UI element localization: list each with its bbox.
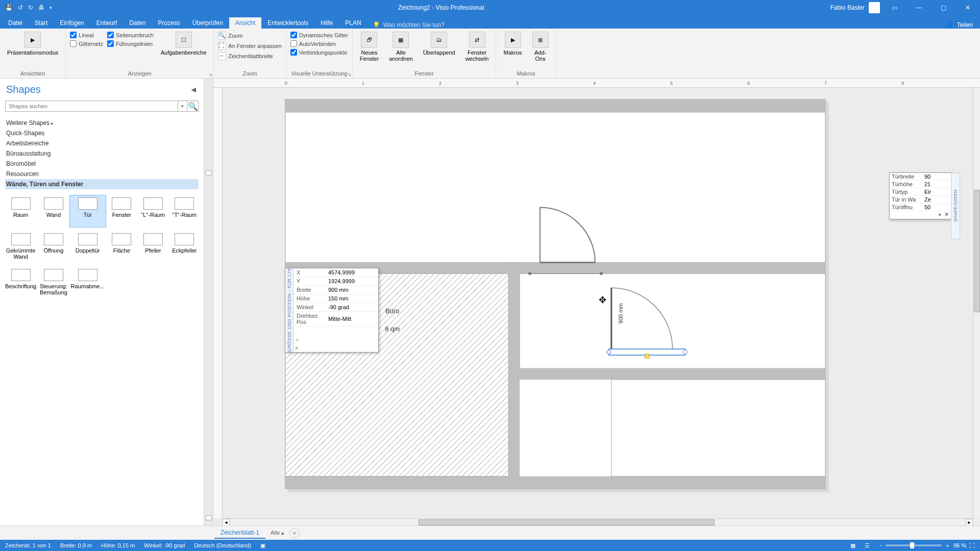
splitter-knob[interactable] xyxy=(206,170,212,176)
shape-item[interactable]: "T"-Raum xyxy=(169,195,200,227)
prop-value[interactable]: 900 mm xyxy=(325,286,378,294)
prop-value[interactable]: 4574,9999 xyxy=(325,268,378,277)
fit-page-icon[interactable]: ⛶ xyxy=(969,542,975,548)
view-wide-icon[interactable]: ☰ xyxy=(865,542,870,549)
save-icon[interactable]: 💾 xyxy=(5,4,13,11)
prop-value[interactable]: 21 xyxy=(922,181,951,188)
prop-value[interactable]: 150 mm xyxy=(325,294,378,303)
size-position-title[interactable]: GRÖSSE UND POSITION - TÜR.179 xyxy=(285,268,293,352)
collapse-pane-icon[interactable]: ◄ xyxy=(189,85,198,94)
search-icon[interactable]: 🔍 xyxy=(187,101,199,112)
splitter-knob[interactable] xyxy=(206,515,212,520)
record-macro-icon[interactable]: ▣ xyxy=(260,542,265,549)
switch-window-button[interactable]: ⇄Fenster wechseln xyxy=(462,31,492,63)
qat-dropdown-icon[interactable]: ▾ xyxy=(50,5,52,10)
scrollbar-thumb[interactable] xyxy=(419,519,715,525)
size-position-panel[interactable]: GRÖSSE UND POSITION - TÜR.179 X4574,9999… xyxy=(285,268,379,353)
cat-bueroausstattung[interactable]: Büroausstattung xyxy=(5,148,199,159)
shape-item[interactable]: Raumabme... xyxy=(70,267,106,298)
new-window-button[interactable]: 🗗Neues Fenster xyxy=(357,31,382,63)
fit-window-button[interactable]: ⛶An Fenster anpassen xyxy=(218,42,282,50)
cat-bueromoebel[interactable]: Büromöbel xyxy=(5,159,199,169)
prop-value[interactable]: -90 grad xyxy=(325,303,378,312)
shape-item[interactable]: Pfeiler xyxy=(138,231,168,263)
tell-me[interactable]: 💡 Was möchten Sie tun? xyxy=(368,21,450,29)
all-pages-button[interactable]: Alle ▴ xyxy=(271,530,284,536)
tab-datei[interactable]: Datei xyxy=(2,17,29,29)
tab-hilfe[interactable]: Hilfe xyxy=(314,17,339,29)
shape-item[interactable]: Tür xyxy=(70,195,106,227)
zoom-button[interactable]: 🔍Zoom xyxy=(218,32,282,40)
search-dropdown-icon[interactable]: ▾ xyxy=(178,101,187,112)
search-input[interactable] xyxy=(5,101,178,112)
shape-item[interactable]: Fläche xyxy=(107,231,137,263)
prop-value[interactable]: Eir xyxy=(922,188,951,196)
horizontal-scrollbar[interactable]: ◄ ► xyxy=(223,518,973,525)
close-icon[interactable]: ✕ xyxy=(295,345,300,351)
shape-item[interactable]: Fenster xyxy=(107,195,137,227)
dialog-launcher-icon[interactable]: ↘ xyxy=(347,71,351,77)
vertical-scrollbar[interactable] xyxy=(973,88,980,518)
close-icon[interactable]: ✕ xyxy=(944,211,949,217)
undo-icon[interactable]: ↺ xyxy=(18,4,23,11)
tab-ueberpruefen[interactable]: Überprüfen xyxy=(186,17,229,29)
scroll-right-icon[interactable]: ► xyxy=(966,519,973,526)
status-language[interactable]: Deutsch (Deutschland) xyxy=(194,542,251,548)
shape-item[interactable]: Wand xyxy=(38,195,68,227)
addons-button[interactable]: ⊞Add- Ons xyxy=(529,31,552,63)
user-name[interactable]: Fabio Basler xyxy=(830,4,865,11)
tab-entwurf[interactable]: Entwurf xyxy=(90,17,124,29)
shape-item[interactable]: Öffnung xyxy=(38,231,68,263)
cat-quick-shapes[interactable]: Quick-Shapes xyxy=(5,128,199,138)
cascade-button[interactable]: 🗂Überlappend xyxy=(420,31,458,57)
shape-item[interactable]: Steuerung: Bemaßung xyxy=(38,267,68,298)
sheet-tab-1[interactable]: Zeichenblatt-1 xyxy=(214,528,265,539)
scrollbar-thumb[interactable] xyxy=(974,190,980,312)
shape-item[interactable]: Raum xyxy=(4,195,37,227)
ribbon-mode-icon[interactable]: ▭ xyxy=(884,0,904,15)
zoom-slider[interactable] xyxy=(886,544,942,546)
autoconnect-checkbox[interactable]: AutoVerbinden xyxy=(290,40,348,47)
tab-ansicht[interactable]: Ansicht xyxy=(229,17,261,29)
cat-more-shapes[interactable]: Weitere Shapes xyxy=(5,118,199,128)
taskpanes-button[interactable]: ☐ Aufgabenbereiche xyxy=(158,31,209,57)
print-icon[interactable]: 🖶 xyxy=(38,4,44,11)
prop-value[interactable]: Mitte-Mitt xyxy=(325,312,378,327)
page-width-button[interactable]: ↔Zeichenblattbreite xyxy=(218,52,282,60)
pagebreaks-checkbox[interactable]: Seitenumbruch xyxy=(107,32,154,38)
cat-arbeitsbereiche[interactable]: Arbeitsbereiche xyxy=(5,138,199,148)
shape-item[interactable]: Doppeltür xyxy=(70,231,106,263)
tab-daten[interactable]: Daten xyxy=(123,17,152,29)
prop-value[interactable]: 50 xyxy=(922,204,951,211)
tab-einfuegen[interactable]: Einfügen xyxy=(54,17,90,29)
close-icon[interactable]: ✕ xyxy=(958,0,978,15)
vertical-ruler[interactable] xyxy=(213,88,223,518)
pane-splitter[interactable] xyxy=(204,79,213,525)
presentation-mode-button[interactable]: ▶ Präsentationsmodus xyxy=(4,31,61,57)
tab-start[interactable]: Start xyxy=(29,17,54,29)
shape-data-title[interactable]: SHAPE-DATEN xyxy=(951,173,960,239)
shape-item[interactable]: Beschriftung xyxy=(4,267,37,298)
ruler-checkbox[interactable]: Lineal xyxy=(70,32,103,38)
cat-waende-tueren-fenster[interactable]: Wände, Türen und Fenster xyxy=(5,179,199,189)
add-page-button[interactable]: ＋ xyxy=(289,528,300,538)
scroll-left-icon[interactable]: ◄ xyxy=(223,519,230,526)
avatar[interactable] xyxy=(869,2,880,13)
connection-points-checkbox[interactable]: Verbindungspunkte xyxy=(290,49,348,56)
cat-ressourcen[interactable]: Ressourcen xyxy=(5,169,199,179)
grid-checkbox[interactable]: Gitternetz xyxy=(70,40,103,47)
zoom-out-icon[interactable]: − xyxy=(879,542,882,548)
pin-icon[interactable]: ＋ xyxy=(295,336,300,343)
shape-data-panel[interactable]: SHAPE-DATEN Türbreite90Türhöhe21TürtypEi… xyxy=(889,172,951,219)
maximize-icon[interactable]: ▢ xyxy=(933,0,953,15)
macros-button[interactable]: ▶Makros xyxy=(500,31,525,57)
chevron-down-icon[interactable]: ▾ xyxy=(939,212,941,217)
shape-item[interactable]: "L"-Raum xyxy=(138,195,168,227)
tab-plan[interactable]: PLAN xyxy=(339,17,367,29)
minimize-icon[interactable]: — xyxy=(909,0,929,15)
shape-item[interactable]: Gekrümmte Wand xyxy=(4,231,37,263)
arrange-all-button[interactable]: ▦Alle anordnen xyxy=(386,31,416,63)
redo-icon[interactable]: ↻ xyxy=(28,4,33,11)
tab-entwicklertools[interactable]: Entwicklertools xyxy=(261,17,314,29)
prop-value[interactable]: Ze xyxy=(922,196,951,204)
